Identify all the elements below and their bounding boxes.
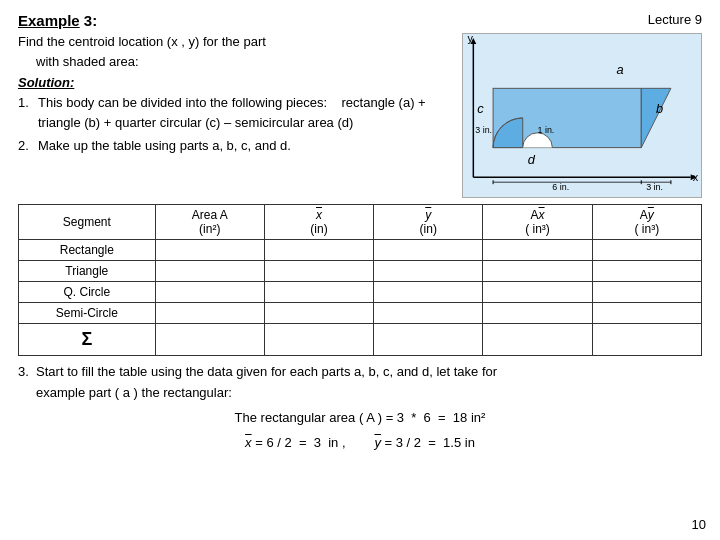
sigma-label: Σ [19, 324, 156, 356]
qc-area [155, 282, 264, 303]
content-row: Find the centroid location (x , y) for t… [18, 33, 702, 198]
col-header-segment: Segment [19, 205, 156, 240]
sc-ay [592, 303, 701, 324]
tri-x [264, 261, 373, 282]
rect-ax [483, 240, 592, 261]
table-row: Semi-Circle [19, 303, 702, 324]
find-text-line1: Find the centroid location (x , y) for t… [18, 33, 450, 51]
x-tilde-eq: x = 6 / 2 = 3 in , [245, 435, 345, 450]
item-1-num: 1. [18, 93, 34, 132]
sc-x [264, 303, 373, 324]
sc-ax [483, 303, 592, 324]
rect-x [264, 240, 373, 261]
table-row: Rectangle [19, 240, 702, 261]
svg-text:x: x [693, 171, 699, 183]
segment-triangle: Triangle [19, 261, 156, 282]
tri-ax [483, 261, 592, 282]
example-title: Example 3: [18, 12, 97, 29]
segment-semicircle: Semi-Circle [19, 303, 156, 324]
sc-y [374, 303, 483, 324]
sc-area [155, 303, 264, 324]
lecture-label: Lecture 9 [648, 12, 702, 27]
sigma-ax [483, 324, 592, 356]
page-number: 10 [692, 517, 706, 532]
svg-text:6 in.: 6 in. [552, 182, 569, 192]
svg-text:a: a [617, 62, 624, 77]
diagram-container: x y a b c d [462, 33, 702, 198]
example-number: 3: [80, 12, 98, 29]
sigma-area [155, 324, 264, 356]
svg-text:3 in.: 3 in. [475, 125, 492, 135]
bottom-line1: 3. Start to fill the table using the dat… [18, 362, 702, 383]
item-1: 1. This body can be divided into the fol… [18, 93, 450, 132]
rect-y [374, 240, 483, 261]
svg-text:y: y [467, 34, 473, 44]
item-2-num: 2. [18, 136, 34, 156]
qc-y [374, 282, 483, 303]
item-1-text: This body can be divided into the follow… [38, 93, 450, 132]
diagram-svg: x y a b c d [463, 34, 701, 197]
col-header-x: x(in) [264, 205, 373, 240]
qc-ax [483, 282, 592, 303]
svg-text:c: c [477, 101, 484, 116]
table-row: Q. Circle [19, 282, 702, 303]
find-text-line2: with shaded area: [36, 53, 450, 71]
bottom-text: 3. Start to fill the table using the dat… [18, 362, 702, 454]
col-header-y: y(in) [374, 205, 483, 240]
item-2: 2. Make up the table using parts a, b, c… [18, 136, 450, 156]
sigma-ay [592, 324, 701, 356]
svg-text:d: d [528, 152, 536, 167]
tri-ay [592, 261, 701, 282]
svg-text:b: b [656, 101, 663, 116]
svg-text:3 in.: 3 in. [646, 182, 663, 192]
header-row: Example 3: Lecture 9 [18, 12, 702, 29]
bottom-line4: x = 6 / 2 = 3 in , y = 3 / 2 = 1.5 in [18, 432, 702, 454]
bottom-line3: The rectangular area ( A ) = 3 * 6 = 18 … [18, 407, 702, 429]
sigma-row: Σ [19, 324, 702, 356]
sigma-y [374, 324, 483, 356]
table-section: Segment Area A(in²) x(in) y(in) Ax( in³)… [18, 204, 702, 356]
col-header-ay: Ay( in³) [592, 205, 701, 240]
item-2-text: Make up the table using parts a, b, c, a… [38, 136, 291, 156]
svg-marker-8 [641, 88, 671, 147]
col-header-area: Area A(in²) [155, 205, 264, 240]
y-tilde-eq: y = 3 / 2 = 1.5 in [374, 435, 474, 450]
segment-qcircle: Q. Circle [19, 282, 156, 303]
example-label: Example [18, 12, 80, 29]
qc-x [264, 282, 373, 303]
svg-text:1 in.: 1 in. [538, 125, 555, 135]
tri-area [155, 261, 264, 282]
bottom-line2: example part ( a ) the rectangular: [18, 383, 702, 404]
col-header-ax: Ax( in³) [483, 205, 592, 240]
sigma-x [264, 324, 373, 356]
rect-area [155, 240, 264, 261]
segment-rectangle: Rectangle [19, 240, 156, 261]
page: Example 3: Lecture 9 Find the centroid l… [0, 0, 720, 540]
diagram: x y a b c d [462, 33, 702, 198]
solution-label: Solution: [18, 75, 450, 90]
rect-ay [592, 240, 701, 261]
data-table: Segment Area A(in²) x(in) y(in) Ax( in³)… [18, 204, 702, 356]
qc-ay [592, 282, 701, 303]
left-column: Find the centroid location (x , y) for t… [18, 33, 450, 198]
tri-y [374, 261, 483, 282]
table-row: Triangle [19, 261, 702, 282]
